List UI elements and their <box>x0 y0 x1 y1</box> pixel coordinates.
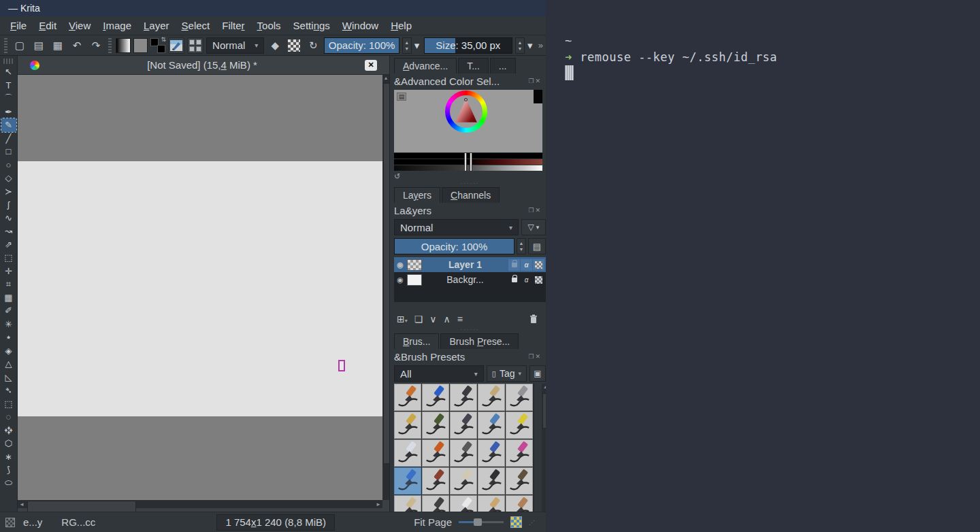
menu-settings[interactable]: Settings <box>287 18 336 33</box>
advanced-color-selector[interactable]: ▤ <box>394 90 542 152</box>
layers-docker-titlebar[interactable]: La&yers ❐✕ <box>394 203 546 218</box>
freehand-selection-tool[interactable]: ᠅ <box>1 424 16 437</box>
color-docker-tab[interactable]: T... <box>458 58 489 73</box>
brush-editor-button[interactable] <box>168 37 184 54</box>
toolbar-drag-handle[interactable] <box>108 38 112 53</box>
fill-tool[interactable]: ◈ <box>1 344 16 358</box>
colorize-mask-tool[interactable]: ٭ <box>1 331 16 344</box>
calligraphy-tool[interactable]: ✒ <box>1 105 16 119</box>
redo-button[interactable]: ↷ <box>88 37 104 54</box>
terminal-window[interactable]: ~ ➜ remouse --key ~/.ssh/id_rsa <box>546 0 980 532</box>
preserve-alpha-button[interactable] <box>286 37 302 54</box>
color-docker-tab[interactable]: Advance... <box>394 58 457 73</box>
brush-preset[interactable] <box>478 412 505 439</box>
docker-float-icon[interactable]: ❐ <box>528 78 535 84</box>
menu-tools[interactable]: Tools <box>251 18 287 33</box>
gradient-tool[interactable]: ▦ <box>1 291 16 305</box>
reload-preset-button[interactable]: ↻ <box>305 37 321 54</box>
save-document-button[interactable]: ▦ <box>50 37 66 54</box>
brush-preset[interactable] <box>450 467 477 495</box>
color-strip-1[interactable] <box>394 153 542 159</box>
menu-image[interactable]: Image <box>97 18 137 33</box>
menu-file[interactable]: File <box>4 18 33 33</box>
brush-preset[interactable] <box>450 384 477 411</box>
brush-tag-filter-dropdown[interactable]: All ▾ <box>394 365 484 382</box>
brush-preset[interactable] <box>478 384 505 411</box>
transform-tool[interactable]: ⬚ <box>1 251 16 265</box>
toolbar-drag-handle[interactable] <box>4 38 7 53</box>
menu-help[interactable]: Help <box>385 18 418 33</box>
docker-close-icon[interactable]: ✕ <box>535 207 542 214</box>
title-bar[interactable]: — Krita <box>0 0 546 16</box>
brush-preset[interactable] <box>394 439 421 467</box>
layer-lock-icon[interactable] <box>508 259 520 271</box>
docker-resize-handle[interactable]: ······ <box>394 328 546 333</box>
brush-preset[interactable] <box>506 467 533 495</box>
crop-tool[interactable]: ⌗ <box>1 278 16 291</box>
canvas-view[interactable] <box>18 75 382 500</box>
layer-opacity-spinner[interactable]: ▲▼ <box>517 238 526 254</box>
brush-preset[interactable] <box>422 467 449 495</box>
brush-preset[interactable] <box>450 439 477 467</box>
magnetic-selection-tool[interactable]: ⬭ <box>1 477 16 491</box>
zoom-slider-handle[interactable] <box>474 518 482 526</box>
color-reset-button[interactable]: ↺ <box>394 172 405 182</box>
zoom-mode-label[interactable]: Fit Page <box>414 516 452 528</box>
scroll-right-icon[interactable]: ► <box>374 501 382 508</box>
line-tool[interactable]: ╱ <box>1 132 16 146</box>
close-document-button[interactable]: ✕ <box>365 60 377 71</box>
color-docker-titlebar[interactable]: &Advanced Color Sel... ❐✕ <box>394 73 546 88</box>
size-options-arrow[interactable]: ▾ <box>527 37 534 54</box>
bezier-selection-tool[interactable]: ⟆ <box>1 463 16 477</box>
move-layer-up-button[interactable]: ∧ <box>444 314 451 325</box>
toolbar-overflow-button[interactable]: » <box>538 40 543 50</box>
brush-size-spinner[interactable]: ▲▼ <box>515 37 525 54</box>
docker-float-icon[interactable]: ❐ <box>528 207 535 214</box>
layer-blending-mode-dropdown[interactable]: Normal ▾ <box>394 219 519 235</box>
multibrush-tool[interactable]: ⇗ <box>1 238 16 252</box>
color-history-strips[interactable] <box>394 153 542 171</box>
brush-preset[interactable] <box>394 384 421 411</box>
ellipse-tool[interactable]: ○ <box>1 159 16 172</box>
freehand-path-tool[interactable]: ∿ <box>1 212 16 225</box>
reference-images-tool[interactable]: ➴ <box>1 384 16 397</box>
duplicate-layer-button[interactable]: ❏ <box>414 314 423 325</box>
menu-layer[interactable]: Layer <box>137 18 176 33</box>
color-strip-3[interactable] <box>394 165 542 171</box>
eye-visible-icon[interactable]: ◉ <box>395 261 405 269</box>
layer-properties-button[interactable]: ≡ <box>457 314 463 325</box>
edit-shapes-tool[interactable]: ⌒ <box>1 92 16 105</box>
layer-opacity-slider[interactable]: Opacity: 100% <box>394 238 514 254</box>
layer-lock-icon[interactable] <box>508 274 520 286</box>
color-docker-tab[interactable]: ... <box>490 58 516 73</box>
scroll-left-icon[interactable]: ◄ <box>18 501 26 508</box>
move-layer-down-button[interactable]: ∨ <box>429 314 436 325</box>
docker-float-icon[interactable]: ❐ <box>528 353 535 360</box>
zoom-slider[interactable] <box>459 518 504 527</box>
open-document-button[interactable]: ▤ <box>31 37 47 54</box>
opacity-spinner[interactable]: ▲▼ <box>402 37 412 54</box>
opacity-options-arrow[interactable]: ▾ <box>414 37 421 54</box>
polyline-tool[interactable]: ≻ <box>1 185 16 199</box>
bezier-curve-tool[interactable]: ʃ <box>1 198 16 212</box>
brush-preset[interactable] <box>422 412 449 439</box>
enclose-fill-tool[interactable]: △ <box>1 357 16 371</box>
undo-button[interactable]: ↶ <box>69 37 85 54</box>
menu-filter[interactable]: Filter <box>216 18 250 33</box>
layer-row[interactable]: ◉Layer 1α <box>394 257 546 272</box>
opacity-slider[interactable]: Opacity: 100% <box>324 37 399 54</box>
new-document-button[interactable]: ▢ <box>12 37 28 54</box>
brush-preset[interactable] <box>506 412 533 439</box>
text-tool[interactable]: T <box>1 79 16 93</box>
inherit-alpha-icon[interactable] <box>533 259 544 271</box>
color-strip-2[interactable] <box>394 159 542 165</box>
measure-tool[interactable]: ◺ <box>1 371 16 384</box>
similar-selection-tool[interactable]: ∗ <box>1 450 16 464</box>
brush-preset[interactable] <box>478 467 505 495</box>
freehand-brush-tool[interactable]: ✎ <box>1 118 16 132</box>
eraser-mode-button[interactable]: ◆ <box>267 37 283 54</box>
select-shapes-tool[interactable]: ↖ <box>1 65 16 79</box>
canvas-vertical-scrollbar[interactable]: ▲ <box>382 75 389 500</box>
rectangular-selection-tool[interactable]: ⬚ <box>1 397 16 411</box>
layer-filter-button[interactable]: ▽ ▾ <box>521 219 546 235</box>
